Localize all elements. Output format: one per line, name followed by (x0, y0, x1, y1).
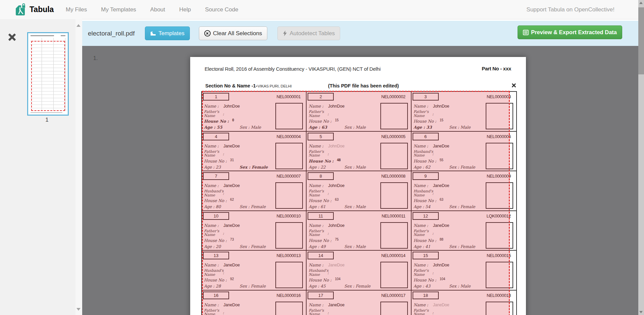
thumb-selection-box (31, 41, 65, 111)
nav-link-my-templates[interactable]: My Templates (101, 6, 136, 13)
autodetect-icon (283, 30, 287, 36)
thumb-footer-line (31, 112, 62, 113)
nav-link-my-files[interactable]: My Files (66, 6, 87, 13)
scrollbar-thumb[interactable] (638, 7, 644, 74)
nav-link-about[interactable]: About (150, 6, 165, 13)
scroll-up-icon[interactable] (639, 2, 643, 4)
templates-icon (150, 31, 156, 36)
selection-close-icon[interactable] (511, 83, 516, 88)
nav-link-source-code[interactable]: Source Code (205, 6, 238, 13)
section-value: VIKAS PURI, DELHI (258, 84, 291, 88)
open-filename: electoral_roll.pdf (88, 30, 135, 37)
table-selection-overlay[interactable] (202, 91, 510, 315)
remove-file-icon[interactable] (7, 33, 17, 42)
thumb-part-line (61, 35, 65, 36)
pdf-viewer-area: 1. Electoral Roll, 2016 of Assembly Cons… (82, 46, 638, 315)
scroll-up-icon[interactable] (76, 24, 80, 27)
export-icon (523, 30, 529, 35)
window-scrollbar[interactable] (638, 0, 644, 315)
nav-links: My FilesMy TemplatesAboutHelpSource Code (66, 0, 238, 19)
toolbar: electoral_roll.pdf Templates Clear All S… (82, 21, 638, 46)
thumbnail-page-number: 1 (27, 117, 67, 123)
scroll-down-icon[interactable] (76, 308, 80, 311)
preview-export-button[interactable]: Preview & Export Extracted Data (518, 25, 622, 39)
clear-all-selections-button[interactable]: Clear All Selections (199, 26, 267, 40)
pdf-part-no: Part No - xxx (482, 66, 511, 71)
sidebar-scrollbar[interactable] (75, 19, 82, 315)
autodetect-tables-button[interactable]: Autodetect Tables (277, 26, 340, 40)
edited-note: (This PDF file has been edited) (328, 83, 399, 88)
clear-button-label: Clear All Selections (213, 30, 262, 37)
sidebar: 1 (0, 19, 75, 315)
section-label: Section No & Name -1- (205, 83, 258, 88)
brand-title[interactable]: Tabula (30, 0, 54, 19)
templates-button-label: Templates (158, 30, 184, 37)
tabula-app: Tabula My FilesMy TemplatesAboutHelpSour… (0, 0, 644, 315)
page-number-label: 1. (93, 55, 98, 61)
tabula-logo-icon[interactable] (15, 3, 27, 16)
navbar: Tabula My FilesMy TemplatesAboutHelpSour… (0, 0, 644, 19)
support-link[interactable]: Support Tabula on OpenCollective! (527, 0, 614, 19)
pdf-page: Electoral Roll, 2016 of Assembly Constit… (190, 57, 526, 315)
export-button-label: Preview & Export Extracted Data (531, 29, 617, 36)
scroll-down-icon[interactable] (639, 311, 643, 313)
autodetect-button-label: Autodetect Tables (289, 30, 335, 37)
nav-link-help[interactable]: Help (179, 6, 191, 13)
thumb-title-line (31, 35, 54, 36)
clear-icon (204, 30, 211, 37)
page-thumbnail[interactable] (27, 32, 69, 116)
templates-button[interactable]: Templates (145, 26, 190, 40)
pdf-title: Electoral Roll, 2016 of Assembly Constit… (205, 66, 381, 72)
